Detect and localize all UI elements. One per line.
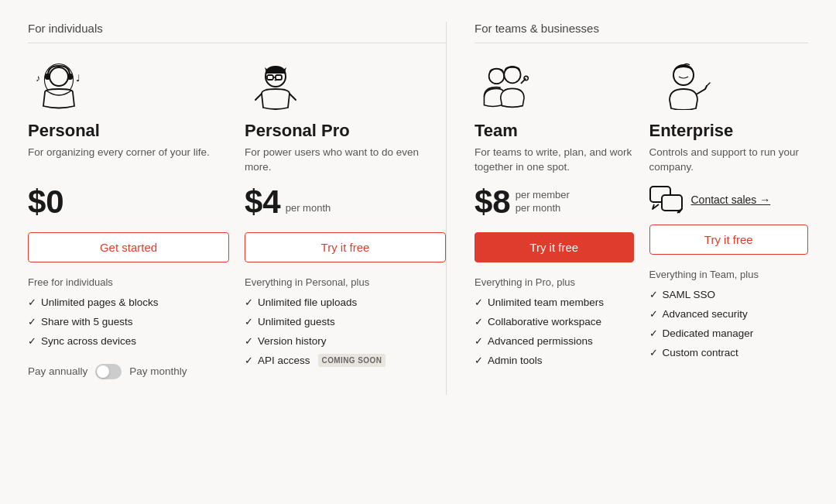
check-icon: ✓ — [475, 355, 483, 368]
personal-pro-price-period: per month — [286, 202, 331, 215]
pricing-page: For individuals — [0, 0, 836, 417]
personal-pro-plan-desc: For power users who want to do even more… — [245, 146, 446, 175]
enterprise-feature-1: ✓SAML SSO — [649, 288, 809, 302]
personal-features: ✓Unlimited pages & blocks ✓Share with 5 … — [28, 296, 229, 348]
teams-section: For teams & businesses — [447, 22, 808, 395]
check-icon: ✓ — [475, 297, 483, 310]
enterprise-feature-4: ✓Custom contract — [649, 346, 809, 360]
enterprise-feature-3: ✓Dedicated manager — [649, 327, 809, 341]
check-icon: ✓ — [245, 297, 253, 310]
team-feature-2: ✓Collaborative workspace — [475, 315, 634, 329]
contact-sales-link[interactable]: Contact sales → — [691, 194, 771, 206]
personal-plan: ♪ ♩ Personal For organizing every corner… — [28, 57, 245, 395]
check-icon: ✓ — [475, 335, 483, 348]
personal-price-amount: $0 — [28, 186, 64, 218]
check-icon: ✓ — [475, 316, 483, 329]
teams-section-header: For teams & businesses — [475, 22, 808, 35]
team-try-free-button[interactable]: Try it free — [475, 232, 634, 262]
check-icon: ✓ — [649, 327, 658, 341]
personal-feature-1: ✓Unlimited pages & blocks — [28, 296, 229, 310]
personal-get-started-button[interactable]: Get started — [28, 232, 229, 262]
coming-soon-badge: COMING SOON — [318, 354, 386, 367]
team-feature-3: ✓Advanced permissions — [475, 334, 634, 348]
personal-pro-tagline: Everything in Personal, plus — [245, 276, 446, 288]
personal-feature-3: ✓Sync across devices — [28, 334, 229, 348]
team-feature-4: ✓Admin tools — [475, 354, 634, 368]
personal-pro-plan-name: Personal Pro — [245, 121, 446, 141]
team-plan-desc: For teams to write, plan, and work toget… — [475, 146, 634, 175]
svg-rect-4 — [67, 74, 73, 80]
team-price-period: per member per month — [516, 189, 570, 215]
pay-annually-label: Pay annually — [28, 365, 87, 377]
billing-toggle-switch[interactable] — [95, 364, 122, 379]
check-icon: ✓ — [28, 316, 36, 329]
personal-plan-desc: For organizing every corner of your life… — [28, 146, 229, 175]
individuals-plans: ♪ ♩ Personal For organizing every corner… — [28, 57, 446, 395]
personal-icon: ♪ ♩ — [28, 57, 90, 111]
personal-pro-icon — [245, 57, 307, 111]
personal-pro-plan-price: $4 per month — [245, 186, 446, 218]
individuals-section: For individuals — [28, 22, 446, 395]
check-icon: ✓ — [245, 316, 253, 329]
personal-pro-feature-2: ✓Unlimited guests — [245, 315, 446, 329]
svg-text:♪: ♪ — [36, 73, 40, 84]
personal-pro-feature-3: ✓Version history — [245, 334, 446, 348]
personal-pro-features: ✓Unlimited file uploads ✓Unlimited guest… — [245, 296, 446, 368]
svg-text:♩: ♩ — [76, 73, 81, 84]
svg-point-2 — [50, 67, 68, 86]
personal-pro-try-free-button[interactable]: Try it free — [245, 232, 446, 262]
toggle-knob — [97, 365, 109, 378]
individuals-section-header: For individuals — [28, 22, 446, 35]
team-plan-price: $8 per member per month — [475, 186, 634, 218]
personal-plan-name: Personal — [28, 121, 229, 141]
svg-rect-3 — [45, 74, 50, 80]
check-icon: ✓ — [649, 347, 658, 360]
team-icon — [475, 57, 536, 111]
personal-pro-price-amount: $4 — [245, 186, 281, 218]
individuals-divider — [28, 43, 446, 43]
team-features: ✓Unlimited team members ✓Collaborative w… — [475, 296, 634, 368]
pay-monthly-label: Pay monthly — [129, 365, 187, 377]
check-icon: ✓ — [649, 289, 658, 302]
enterprise-tagline: Everything in Team, plus — [649, 269, 809, 280]
check-icon: ✓ — [245, 355, 253, 368]
svg-rect-16 — [662, 195, 682, 211]
team-feature-1: ✓Unlimited team members — [475, 296, 634, 310]
enterprise-plan-name: Enterprise — [649, 121, 809, 141]
enterprise-plan: Enterprise Controls and support to run y… — [649, 57, 809, 389]
personal-plan-price: $0 — [28, 186, 229, 218]
personal-pro-plan: Personal Pro For power users who want to… — [245, 57, 446, 395]
teams-divider — [475, 43, 808, 43]
personal-tagline: Free for individuals — [28, 276, 229, 288]
enterprise-try-free-button[interactable]: Try it free — [649, 225, 809, 255]
enterprise-plan-desc: Controls and support to run your company… — [649, 146, 809, 175]
personal-feature-2: ✓Share with 5 guests — [28, 315, 229, 329]
personal-pro-feature-4: ✓ API access COMING SOON — [245, 354, 446, 368]
chat-bubbles-icon — [649, 186, 684, 214]
svg-point-11 — [489, 68, 505, 84]
check-icon: ✓ — [28, 297, 36, 310]
team-plan: Team For teams to write, plan, and work … — [475, 57, 649, 389]
personal-pro-feature-1: ✓Unlimited file uploads — [245, 296, 446, 310]
check-icon: ✓ — [649, 308, 658, 321]
check-icon: ✓ — [28, 335, 36, 348]
contact-sales-block: Contact sales → — [649, 186, 809, 214]
enterprise-icon — [649, 57, 711, 111]
enterprise-features: ✓SAML SSO ✓Advanced security ✓Dedicated … — [649, 288, 809, 360]
billing-toggle: Pay annually Pay monthly — [28, 364, 229, 379]
team-price-amount: $8 — [475, 186, 511, 218]
teams-plans: Team For teams to write, plan, and work … — [475, 57, 808, 389]
check-icon: ✓ — [245, 335, 253, 348]
team-tagline: Everything in Pro, plus — [475, 276, 634, 288]
svg-point-13 — [524, 76, 528, 80]
team-plan-name: Team — [475, 121, 634, 141]
enterprise-feature-2: ✓Advanced security — [649, 307, 809, 321]
